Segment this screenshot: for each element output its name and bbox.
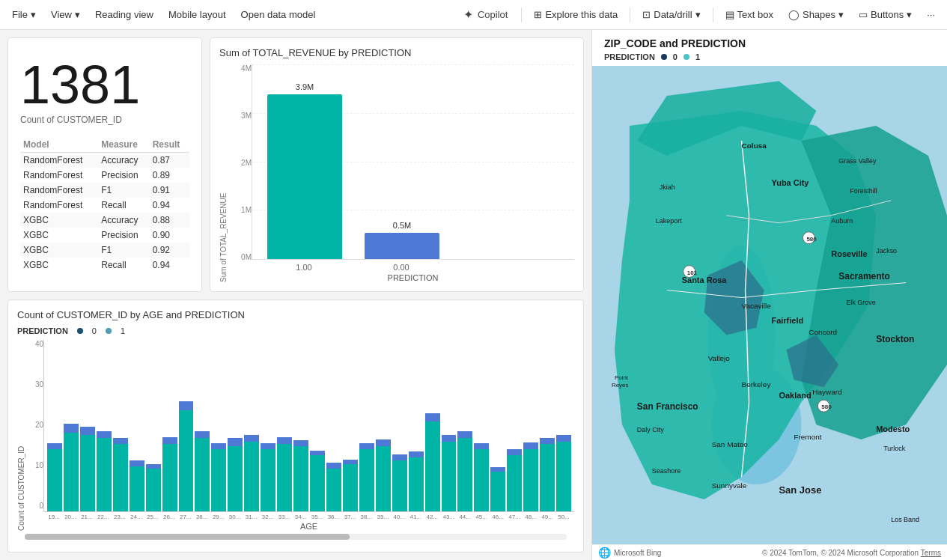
age-x-labels: 19...20...21...22...23...24...25...26...… [43,512,574,520]
age-bar-group [64,424,79,511]
svg-text:San Jose: San Jose [779,484,821,496]
age-bar-teal [130,466,144,511]
copilot-button[interactable]: ✦ Copilot [456,4,515,25]
age-bar-blue [326,463,341,469]
age-bar-group [228,438,243,511]
age-bar-teal [442,442,457,511]
svg-text:Concord: Concord [809,328,837,336]
age-bar-blue [244,435,259,442]
age-bar-teal [556,442,571,511]
age-bars-wrapper: 19...20...21...22...23...24...25...26...… [43,340,574,531]
age-x-label: 32... [261,514,275,520]
age-bar-group [376,439,391,511]
age-bar-teal [293,446,308,511]
svg-text:580: 580 [806,236,817,243]
age-x-title: AGE [43,522,574,531]
metrics-cell-0: RandomForest [20,198,98,213]
age-bar-group [47,443,62,511]
age-bar-group [211,443,226,511]
age-bar-group [244,435,259,511]
age-x-label: 20... [63,514,78,520]
svg-text:Turlock: Turlock [883,445,906,452]
age-chart-area: Count of CUSTOMER_ID 40 30 20 10 0 19...… [17,340,574,531]
age-bar-blue [523,442,538,449]
map-panel: ZIP_CODE and PREDICTION PREDICTION 0 1 [591,30,947,560]
view-menu[interactable]: View ▾ [45,6,86,23]
col-model: Model [20,137,98,153]
file-menu[interactable]: File ▾ [6,6,42,23]
metrics-table: Model Measure Result RandomForestAccurac… [20,137,189,273]
explore-button[interactable]: ⊞ Explore this data [528,6,624,23]
age-x-label: 34... [293,514,308,520]
metrics-cell-2: 0.91 [150,183,189,198]
age-x-label: 47... [507,514,522,520]
svg-text:Yuba City: Yuba City [771,178,809,187]
age-bar-blue [130,460,144,466]
age-x-label: 29... [211,514,226,520]
buttons-chevron: ▾ [907,9,912,20]
data-drill-button[interactable]: ⊡ Data/drill ▾ [636,6,706,23]
copyright-text: © 2024 TomTom, © 2024 Microsoft Corporat… [762,549,941,557]
age-bar-blue [47,443,62,449]
metrics-cell-1: Precision [98,168,149,183]
age-bar-blue [179,401,194,410]
svg-text:Fairfield: Fairfield [771,316,803,325]
open-data-model-button[interactable]: Open data model [235,6,322,23]
terms-link[interactable]: Terms [921,549,941,557]
svg-text:101: 101 [687,270,698,276]
metrics-cell-1: F1 [98,243,149,258]
age-bar-group [162,437,177,511]
age-bar-blue [113,438,128,444]
svg-text:Elk Grove: Elk Grove [846,299,875,307]
age-bar-teal [179,410,194,511]
age-x-label: 22... [96,514,111,520]
x-axis-title: PREDICTION [252,273,574,282]
age-bar-teal [261,449,275,511]
svg-text:Colusa: Colusa [742,141,767,150]
age-bar-blue [228,438,243,446]
age-bar-teal [490,472,505,511]
main-content: 1381 Count of CUSTOMER_ID Model Measure … [0,30,947,560]
more-button[interactable]: ··· [921,6,941,23]
svg-text:Oakland: Oakland [779,391,811,400]
shapes-icon: ◯ [788,9,800,20]
age-bar-blue [409,451,424,457]
scrollbar[interactable] [25,534,567,540]
age-x-label: 24... [129,514,144,520]
shapes-button[interactable]: ◯ Shapes ▾ [782,6,850,23]
map-legend-1: 1 [695,52,700,61]
age-bar-group [507,449,522,511]
reading-view-button[interactable]: Reading view [89,6,159,23]
age-bar-teal [376,446,391,511]
text-box-button[interactable]: ▤ Text box [719,6,779,23]
bar-group-1: 3.9M [267,82,342,259]
legend-dot-0 [77,328,83,334]
age-x-label: 40... [392,514,406,520]
age-bar-blue [277,437,292,444]
customer-count-label: Count of CUSTOMER_ID [20,115,189,125]
age-bar-teal [195,438,210,511]
age-bar-teal [457,438,472,511]
svg-text:Lakeport: Lakeport [656,217,682,225]
text-box-icon: ▤ [725,9,734,20]
age-x-label: 33... [277,514,292,520]
age-bar-blue [359,443,374,449]
bar-2 [365,233,439,259]
shapes-chevron: ▾ [838,9,844,20]
age-bar-blue [211,443,226,449]
age-bar-group [80,427,95,511]
file-chevron: ▾ [31,9,36,20]
bing-icon: 🌐 [598,547,611,559]
grid-line [252,64,574,65]
map-container[interactable]: Jkiah Lakeport Colusa Yuba City Grass Va… [592,66,947,544]
buttons-button[interactable]: ▭ Buttons ▾ [853,6,918,23]
mobile-layout-button[interactable]: Mobile layout [162,6,232,23]
svg-text:Berkeley: Berkeley [742,380,771,389]
bar-chart-title: Sum of TOTAL_REVENUE by PREDICTION [219,47,574,58]
metrics-cell-1: Recall [98,198,149,213]
more-icon: ··· [927,9,935,20]
map-legend-dot-1 [683,54,689,60]
age-bar-blue [80,427,95,435]
svg-text:Reyes: Reyes [612,382,629,389]
age-bar-group [540,438,555,511]
